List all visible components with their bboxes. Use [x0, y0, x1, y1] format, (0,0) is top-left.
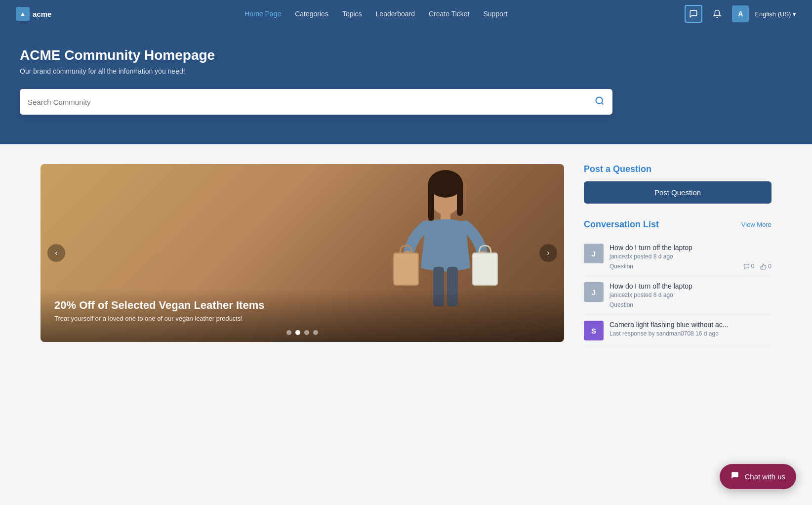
svg-point-0 [596, 97, 603, 103]
conv-title-3[interactable]: Camera light flashing blue without ac... [609, 321, 771, 329]
search-input[interactable] [28, 98, 595, 106]
carousel-dot-3[interactable] [304, 330, 309, 335]
conv-avatar-3: S [584, 321, 604, 340]
language-selector[interactable]: English (US) ▾ [755, 10, 796, 18]
svg-rect-9 [394, 253, 418, 285]
conversation-list-title: Conversation List [584, 219, 659, 230]
brand-name: acme [33, 10, 51, 18]
chat-icon [731, 471, 739, 480]
notifications-button[interactable] [708, 5, 726, 23]
carousel-dot-1[interactable] [286, 330, 291, 335]
hero-section: ACME Community Homepage Our brand commun… [0, 28, 812, 144]
conv-title-2[interactable]: How do I turn off the laptop [609, 282, 771, 290]
message-icon [689, 9, 698, 18]
view-more-link[interactable]: View More [741, 221, 771, 228]
carousel-image: 20% Off of Selected Vegan Leather Items … [41, 164, 564, 342]
conv-comments-1: 0 [743, 263, 755, 270]
nav-item-leaderboard[interactable]: Leaderboard [376, 10, 415, 18]
conv-title-1[interactable]: How do I turn off the laptop [609, 244, 771, 252]
carousel-dot-2[interactable] [295, 330, 300, 335]
hero-title: ACME Community Homepage [20, 47, 792, 63]
search-bar [20, 89, 612, 115]
conv-stats-1: 0 0 [743, 263, 771, 270]
svg-rect-4 [428, 181, 434, 221]
carousel: 20% Off of Selected Vegan Leather Items … [41, 164, 564, 342]
messages-button[interactable] [685, 5, 702, 23]
logo-icon: ▲ [16, 7, 30, 21]
conv-avatar-1: J [584, 244, 604, 263]
carousel-description: Treat yourself or a loved one to one of … [54, 315, 550, 322]
carousel-prev-button[interactable]: ‹ [47, 244, 65, 262]
carousel-next-button[interactable]: › [539, 244, 557, 262]
main-content: 20% Off of Selected Vegan Leather Items … [21, 144, 791, 367]
conv-meta-1: janicezlx posted 8 d ago [609, 253, 771, 260]
conversation-header: Conversation List View More [584, 219, 771, 230]
conv-footer-2: Question [609, 301, 771, 308]
thumb-icon [760, 263, 767, 270]
hero-subtitle: Our brand community for all the informat… [20, 67, 792, 75]
nav-item-categories[interactable]: Categories [295, 10, 328, 18]
nav-item-topics[interactable]: Topics [342, 10, 362, 18]
conv-body-2: How do I turn off the laptop janicezlx p… [609, 282, 771, 308]
bell-icon [713, 9, 722, 18]
conversation-item-3: S Camera light flashing blue without ac.… [584, 315, 771, 347]
svg-line-1 [602, 102, 604, 104]
conversation-item-2: J How do I turn off the laptop janicezlx… [584, 276, 771, 315]
nav-item-support[interactable]: Support [483, 10, 507, 18]
brand-logo[interactable]: ▲ acme [16, 7, 51, 21]
conv-tag-1: Question [609, 263, 633, 270]
carousel-dots [286, 330, 318, 335]
conversation-item-1: J How do I turn off the laptop janicezlx… [584, 238, 771, 276]
post-question-button[interactable]: Post Question [584, 181, 771, 204]
comment-icon [743, 263, 750, 270]
carousel-title: 20% Off of Selected Vegan Leather Items [54, 299, 550, 312]
nav-item-homepage[interactable]: Home Page [244, 10, 281, 18]
nav-item-create-ticket[interactable]: Create Ticket [429, 10, 469, 18]
chat-widget-icon [731, 471, 739, 482]
navbar: ▲ acme Home Page Categories Topics Leade… [0, 0, 812, 28]
conv-meta-3: Last response by sandman0708 16 d ago [609, 330, 771, 337]
conv-tag-2: Question [609, 301, 633, 308]
search-icon [595, 96, 605, 106]
carousel-dot-4[interactable] [313, 330, 318, 335]
conv-body-1: How do I turn off the laptop janicezlx p… [609, 244, 771, 270]
svg-rect-10 [473, 253, 497, 285]
user-avatar-button[interactable]: A [732, 5, 749, 22]
navbar-right: A English (US) ▾ [685, 5, 796, 23]
sidebar: Post a Question Post Question Conversati… [584, 164, 771, 347]
conv-likes-1: 0 [760, 263, 771, 270]
conv-avatar-2: J [584, 282, 604, 302]
main-nav: Home Page Categories Topics Leaderboard … [67, 10, 685, 18]
conv-meta-2: janicezlx posted 8 d ago [609, 292, 771, 298]
conv-body-3: Camera light flashing blue without ac...… [609, 321, 771, 340]
search-button[interactable] [595, 96, 605, 108]
conv-footer-1: Question 0 0 [609, 263, 771, 270]
chat-widget[interactable]: Chat with us [720, 464, 796, 489]
svg-rect-5 [457, 181, 463, 216]
post-question-title: Post a Question [584, 164, 771, 174]
chat-widget-label: Chat with us [744, 472, 785, 481]
